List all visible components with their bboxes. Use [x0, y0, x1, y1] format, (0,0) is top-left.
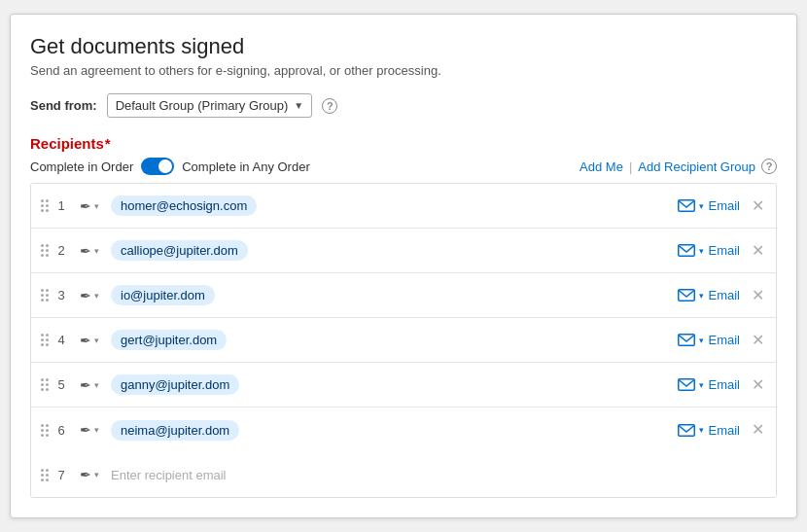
recipient-row: 6 ✒ ▾ neima@jupiter.dom ▾ Email ✕	[31, 408, 776, 452]
email-icon	[678, 199, 695, 212]
pen-icon: ✒	[80, 288, 91, 303]
complete-in-order-label: Complete in Order	[30, 160, 133, 174]
role-chevron-icon: ▾	[94, 246, 99, 256]
required-marker: *	[105, 135, 111, 152]
remove-button[interactable]: ✕	[746, 196, 770, 216]
recipients-label: Recipients*	[30, 135, 777, 152]
drag-handle[interactable]	[37, 242, 53, 259]
email-type-button[interactable]: ▾ Email	[678, 288, 740, 302]
email-type-label: Email	[708, 288, 740, 302]
recipient-row: 3 ✒ ▾ io@jupiter.dom ▾ Email ✕	[31, 273, 776, 318]
email-type-label: Email	[708, 243, 740, 258]
recipient-row: 5 ✒ ▾ ganny@jupiter.dom ▾ Email ✕	[31, 363, 776, 408]
recipient-row: 4 ✒ ▾ gert@jupiter.dom ▾ Email ✕	[31, 318, 776, 363]
drag-handle[interactable]	[37, 376, 53, 393]
role-button[interactable]: ✒ ▾	[76, 420, 103, 440]
complete-in-any-order-label: Complete in Any Order	[182, 160, 310, 174]
email-type-button[interactable]: ▾ Email	[678, 377, 740, 392]
email-icon	[678, 289, 695, 301]
row-number: 2	[53, 243, 70, 258]
email-chip[interactable]: ganny@jupiter.dom	[111, 374, 239, 395]
drag-handle[interactable]	[37, 467, 53, 483]
send-from-label: Send from:	[30, 98, 97, 113]
email-icon	[678, 334, 695, 346]
email-icon	[678, 424, 695, 437]
row-number: 1	[53, 198, 70, 213]
email-type-label: Email	[708, 333, 740, 347]
drag-handle[interactable]	[37, 332, 53, 348]
row-number: 3	[53, 288, 70, 302]
recipients-rows: 1 ✒ ▾ homer@echosign.com ▾ Email ✕ 2 ✒ ▾…	[31, 184, 776, 452]
recipients-table: 1 ✒ ▾ homer@echosign.com ▾ Email ✕ 2 ✒ ▾…	[30, 183, 777, 498]
recipient-row: 2 ✒ ▾ calliope@jupiter.dom ▾ Email ✕	[31, 229, 776, 273]
role-chevron-icon: ▾	[94, 425, 99, 435]
email-placeholder[interactable]: Enter recipient email	[111, 468, 227, 482]
send-from-dropdown[interactable]: Default Group (Primary Group) ▼	[107, 93, 313, 118]
remove-button[interactable]: ✕	[746, 420, 770, 440]
row-number: 5	[53, 377, 70, 392]
pen-icon: ✒	[80, 333, 91, 348]
divider: |	[629, 160, 632, 174]
email-type-button[interactable]: ▾ Email	[678, 243, 740, 258]
type-chevron-icon: ▾	[699, 201, 704, 211]
remove-button[interactable]: ✕	[746, 286, 770, 305]
role-button[interactable]: ✒ ▾	[76, 286, 103, 305]
chevron-down-icon: ▼	[294, 100, 303, 111]
email-type-button[interactable]: ▾ Email	[678, 423, 740, 438]
order-left: Complete in Order Complete in Any Order	[30, 158, 310, 175]
order-right: Add Me | Add Recipient Group ?	[579, 159, 777, 174]
pen-icon: ✒	[80, 467, 91, 482]
send-from-value: Default Group (Primary Group)	[116, 98, 289, 113]
email-type-label: Email	[708, 377, 740, 392]
email-chip[interactable]: neima@jupiter.dom	[111, 420, 239, 441]
type-chevron-icon: ▾	[699, 291, 704, 301]
drag-handle[interactable]	[37, 422, 53, 439]
toggle-knob	[158, 160, 172, 173]
remove-button[interactable]: ✕	[746, 375, 770, 395]
role-chevron-icon: ▾	[94, 470, 99, 479]
email-chip[interactable]: homer@echosign.com	[111, 195, 257, 216]
email-chip[interactable]: calliope@jupiter.dom	[111, 240, 248, 261]
role-button[interactable]: ✒ ▾	[76, 196, 103, 216]
pen-icon: ✒	[80, 243, 91, 259]
remove-button[interactable]: ✕	[746, 241, 770, 261]
email-chip[interactable]: io@jupiter.dom	[111, 285, 215, 305]
recipient-row: 1 ✒ ▾ homer@echosign.com ▾ Email ✕	[31, 184, 776, 229]
row-number: 6	[53, 423, 70, 438]
type-chevron-icon: ▾	[699, 380, 704, 390]
row-number: 4	[53, 333, 70, 347]
pen-icon: ✒	[80, 198, 91, 214]
role-chevron-icon: ▾	[94, 201, 99, 211]
type-chevron-icon: ▾	[699, 246, 704, 256]
drag-handle[interactable]	[37, 197, 53, 214]
email-type-label: Email	[708, 423, 740, 438]
page-subtitle: Send an agreement to others for e-signin…	[30, 63, 777, 78]
type-chevron-icon: ▾	[699, 336, 704, 345]
row-number-new: 7	[53, 468, 70, 482]
order-toggle[interactable]	[141, 158, 174, 175]
pen-icon: ✒	[80, 422, 91, 438]
role-button[interactable]: ✒ ▾	[76, 241, 103, 261]
email-icon	[678, 378, 695, 391]
help-icon[interactable]: ?	[322, 98, 337, 114]
role-button[interactable]: ✒ ▾	[76, 375, 103, 395]
remove-button[interactable]: ✕	[746, 331, 770, 350]
role-chevron-icon: ▾	[94, 291, 99, 301]
drag-handle[interactable]	[37, 287, 53, 303]
email-chip[interactable]: gert@jupiter.dom	[111, 330, 227, 350]
order-row: Complete in Order Complete in Any Order …	[30, 158, 777, 175]
role-chevron-icon: ▾	[94, 380, 99, 390]
role-button[interactable]: ✒ ▾	[76, 331, 103, 350]
role-button-new[interactable]: ✒ ▾	[76, 465, 103, 484]
add-recipient-group-link[interactable]: Add Recipient Group	[638, 160, 755, 174]
page-title: Get documents signed	[30, 34, 777, 59]
type-chevron-icon: ▾	[699, 425, 704, 435]
pen-icon: ✒	[80, 377, 91, 393]
email-type-button[interactable]: ▾ Email	[678, 198, 740, 213]
main-card: Get documents signed Send an agreement t…	[10, 14, 797, 518]
recipient-row-new: 7 ✒ ▾ Enter recipient email	[31, 452, 776, 497]
email-type-button[interactable]: ▾ Email	[678, 333, 740, 347]
add-me-link[interactable]: Add Me	[579, 160, 623, 174]
recipients-help-icon[interactable]: ?	[761, 159, 777, 174]
email-icon	[678, 244, 695, 257]
